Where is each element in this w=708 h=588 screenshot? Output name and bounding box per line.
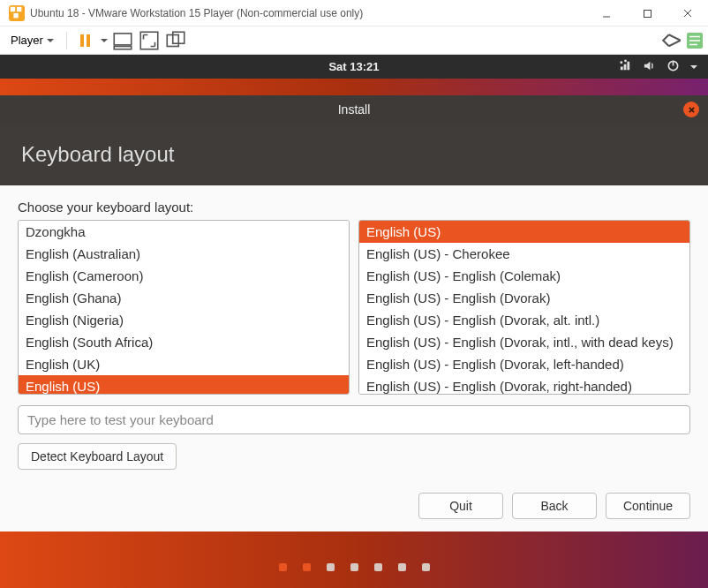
detect-layout-button[interactable]: Detect Keyboard Layout <box>18 443 177 470</box>
install-window-title: Install <box>338 102 371 117</box>
language-row[interactable]: Dzongkha <box>19 221 349 243</box>
host-minimize-button[interactable] <box>586 0 627 26</box>
language-row[interactable]: English (Nigeria) <box>19 309 349 331</box>
svg-rect-1 <box>17 6 21 11</box>
install-page-body: Choose your keyboard layout: DzongkhaEng… <box>0 185 708 531</box>
step-dot <box>398 563 406 571</box>
language-listbox[interactable]: DzongkhaEnglish (Australian)English (Cam… <box>18 220 350 395</box>
quit-button[interactable]: Quit <box>418 493 503 519</box>
language-row[interactable]: English (South Africa) <box>19 331 349 353</box>
pause-dropdown-icon[interactable] <box>101 39 108 46</box>
svg-point-16 <box>624 59 627 62</box>
install-close-button[interactable] <box>683 102 699 117</box>
page-title: Keyboard layout <box>21 142 174 167</box>
player-menu[interactable]: Player <box>5 32 59 49</box>
host-window-title: Ubuntu 18 - VMware Workstation 15 Player… <box>30 7 363 19</box>
variant-row[interactable]: English (US) - English (Colemak) <box>359 265 689 287</box>
help-notes-button[interactable] <box>687 33 703 49</box>
fullscreen-button[interactable] <box>138 29 161 52</box>
language-row[interactable]: English (Ghana) <box>19 287 349 309</box>
variant-row[interactable]: English (US) <box>359 221 689 243</box>
svg-rect-2 <box>13 13 18 18</box>
install-page-header: Keyboard layout <box>0 124 708 185</box>
svg-rect-0 <box>11 6 15 11</box>
system-tray <box>619 55 697 79</box>
chevron-down-icon <box>47 39 54 46</box>
clock-text[interactable]: Sat 13:21 <box>328 60 379 73</box>
svg-rect-9 <box>140 32 158 49</box>
language-row[interactable]: English (UK) <box>19 353 349 375</box>
step-dot <box>303 563 311 571</box>
tray-chevron-icon[interactable] <box>690 65 697 72</box>
vmware-toolbar: Player <box>0 26 708 55</box>
pause-vm-button[interactable] <box>74 29 97 52</box>
unity-mode-button[interactable] <box>164 29 187 52</box>
cycle-devices-button[interactable] <box>660 29 683 52</box>
step-dot <box>279 563 287 571</box>
step-dot <box>422 563 430 571</box>
step-dot <box>374 563 382 571</box>
installer-step-indicator <box>0 531 708 588</box>
host-window-titlebar: Ubuntu 18 - VMware Workstation 15 Player… <box>0 0 708 26</box>
svg-rect-4 <box>644 10 652 17</box>
variant-listbox[interactable]: English (US)English (US) - CherokeeEngli… <box>358 220 690 395</box>
player-menu-label: Player <box>11 34 43 47</box>
ubuntu-top-bar: Sat 13:21 <box>0 55 708 79</box>
vmware-logo-icon <box>9 5 25 21</box>
svg-rect-7 <box>114 33 132 44</box>
step-dot <box>327 563 335 571</box>
network-icon[interactable] <box>619 59 632 75</box>
continue-button[interactable]: Continue <box>606 493 690 519</box>
send-ctrl-alt-del-button[interactable] <box>111 29 134 52</box>
language-row[interactable]: English (Australian) <box>19 243 349 265</box>
toolbar-separator <box>66 32 67 49</box>
back-button[interactable]: Back <box>512 493 597 519</box>
svg-rect-8 <box>114 46 132 49</box>
volume-icon[interactable] <box>643 59 656 75</box>
step-dot <box>350 563 358 571</box>
layout-prompt: Choose your keyboard layout: <box>18 200 690 215</box>
variant-row[interactable]: English (US) - English (Dvorak) <box>359 287 689 309</box>
install-window-titlebar: Install <box>0 95 708 124</box>
language-row[interactable]: English (Cameroon) <box>19 265 349 287</box>
variant-row[interactable]: English (US) - English (Dvorak, alt. int… <box>359 309 689 331</box>
host-close-button[interactable] <box>667 0 708 26</box>
installer-nav-row: Quit Back Continue <box>18 493 690 519</box>
language-row[interactable]: English (US) <box>19 375 349 395</box>
variant-row[interactable]: English (US) - English (Dvorak, intl., w… <box>359 331 689 353</box>
desktop-background-strip <box>0 79 708 95</box>
host-maximize-button[interactable] <box>627 0 667 26</box>
variant-row[interactable]: English (US) - English (Dvorak, right-ha… <box>359 375 689 395</box>
svg-point-15 <box>620 61 622 64</box>
variant-row[interactable]: English (US) - Cherokee <box>359 243 689 265</box>
keyboard-test-input[interactable] <box>18 405 690 434</box>
variant-row[interactable]: English (US) - English (Dvorak, left-han… <box>359 353 689 375</box>
power-icon[interactable] <box>667 59 680 75</box>
